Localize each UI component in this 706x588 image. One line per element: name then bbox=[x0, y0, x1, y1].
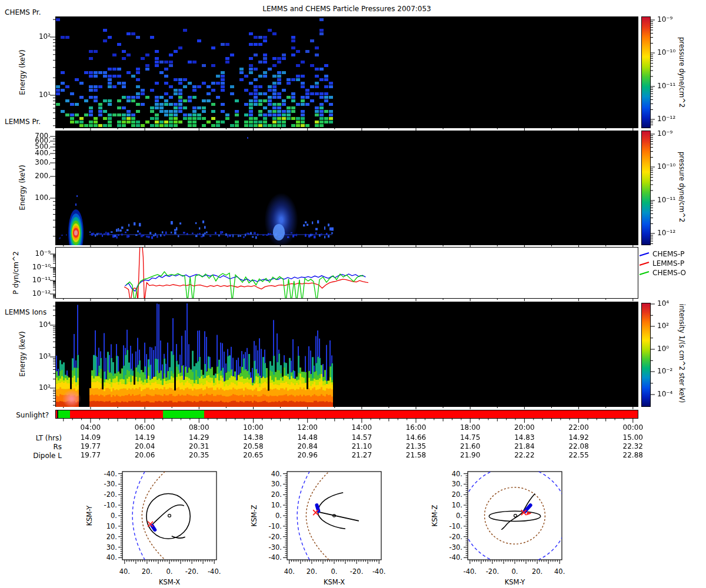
dipole-value: 20.06 bbox=[127, 451, 162, 459]
y-tick-label: 0. bbox=[456, 512, 462, 520]
time-tick-label: 00:00 bbox=[615, 423, 651, 432]
colorbar-tick-label: 10⁰ bbox=[657, 345, 669, 353]
y-tick-label: -40. bbox=[104, 470, 117, 478]
boundary-curve bbox=[306, 472, 329, 560]
pressure-line-chart bbox=[56, 248, 638, 298]
x-tick-label: 20. bbox=[142, 567, 152, 576]
y-tick-label: -10. bbox=[104, 501, 117, 509]
lt-value: 14.57 bbox=[344, 433, 379, 442]
rs-value: 21.60 bbox=[452, 442, 488, 450]
time-tick-label: 20:00 bbox=[507, 423, 542, 432]
x-axis-title: KSM-X bbox=[159, 578, 180, 586]
colorbar-tick-label: 10⁻¹² bbox=[657, 115, 675, 123]
legend-label: CHEMS-O bbox=[652, 269, 686, 277]
sunlight-label: Sunlight? bbox=[3, 411, 49, 419]
y-tick-label: 30. bbox=[106, 543, 117, 552]
y-tick-label: 40. bbox=[271, 470, 282, 478]
legend-line-icon bbox=[639, 270, 650, 276]
y-axis-title: KSM-Z bbox=[250, 505, 258, 526]
energy-tick-label: 400. bbox=[24, 149, 51, 157]
x-axis-title: KSM-X bbox=[324, 578, 345, 586]
row-label-lt: LT (hrs) bbox=[3, 434, 62, 442]
y-tick-label: -20. bbox=[104, 490, 117, 499]
dipole-value: 19.77 bbox=[73, 451, 108, 459]
colorbar-tick-label: 10² bbox=[657, 322, 669, 330]
trajectory-frame bbox=[468, 472, 562, 560]
orbit-ellipse bbox=[462, 466, 567, 565]
rs-value: 22.08 bbox=[561, 442, 597, 450]
sunlight-bar bbox=[55, 410, 638, 419]
lemms-spectrogram-canvas bbox=[55, 131, 638, 245]
time-tick-label: 12:00 bbox=[290, 423, 325, 432]
energy-tick-label: 10⁴ bbox=[24, 320, 51, 329]
x-tick-label: -20. bbox=[486, 567, 499, 576]
trajectory-frame bbox=[122, 472, 217, 560]
trajectory-shapes bbox=[462, 466, 567, 565]
lt-value: 15.00 bbox=[615, 433, 651, 442]
legend-item: CHEMS-P bbox=[639, 249, 685, 259]
colorbar-tick-label: 10⁻⁹ bbox=[657, 15, 672, 24]
dipole-value: 20.65 bbox=[235, 451, 271, 459]
row-label-rs: Rs bbox=[3, 443, 62, 451]
energy-tick-label: 10⁻¹¹ bbox=[24, 276, 51, 284]
colorbar3-unit-label: intensity 1/(s cm^2 ster keV) bbox=[678, 304, 686, 403]
trajectory-shapes bbox=[297, 472, 359, 560]
y-tick-label: 10. bbox=[452, 501, 462, 509]
colorbar1-unit-label: pressure dyne/cm^2 bbox=[678, 37, 686, 108]
colorbar-tick-label: 10⁻¹¹ bbox=[657, 82, 675, 90]
chems-spectrogram-canvas bbox=[55, 16, 638, 128]
time-tick-label: 16:00 bbox=[398, 423, 434, 432]
colorbar2-unit-label: pressure dyne/cm^2 bbox=[678, 152, 686, 222]
colorbar-tick-label: 10⁻¹⁰ bbox=[657, 162, 675, 171]
mimi-pressure-plot-page: LEMMS and CHEMS Particle Pressures 2007:… bbox=[0, 0, 706, 588]
y-tick-label: -20. bbox=[449, 533, 462, 541]
chems-pressure-spectrogram bbox=[55, 16, 638, 128]
colorbar-tick-label: 10⁴ bbox=[657, 299, 669, 308]
lt-value: 14.92 bbox=[561, 433, 597, 442]
page-title: LEMMS and CHEMS Particle Pressures 2007:… bbox=[55, 5, 638, 13]
trajectory-plot-ksm-yz: 40.30.20.10.0.-10.-20.-30.-40.-40.-20.0.… bbox=[428, 465, 575, 588]
lt-value: 14.48 bbox=[290, 433, 325, 442]
legend-label: CHEMS-P bbox=[652, 250, 685, 258]
rs-value: 21.10 bbox=[344, 442, 379, 450]
colorbar-pressure-2 bbox=[641, 131, 651, 245]
energy-tick-label: 10¹ bbox=[24, 91, 51, 99]
x-tick-label: -40. bbox=[372, 567, 385, 576]
colorbar-tick-label: 10⁻¹¹ bbox=[657, 196, 675, 204]
y-tick-label: 20. bbox=[271, 490, 282, 499]
x-axis-title: KSM-Y bbox=[505, 578, 526, 586]
colorbar-intensity bbox=[641, 303, 651, 407]
orbit-ellipse bbox=[489, 511, 541, 521]
y-tick-label: 0. bbox=[111, 512, 117, 520]
y-tick-label: 30. bbox=[271, 480, 282, 488]
colorbar-tick-label: 10⁻⁹ bbox=[657, 129, 672, 138]
lt-value: 14.19 bbox=[127, 433, 162, 442]
orbit-path bbox=[318, 493, 345, 529]
x-tick-label: 20. bbox=[532, 567, 542, 576]
lt-value: 14.66 bbox=[398, 433, 434, 442]
series-CHEMS-O bbox=[126, 272, 364, 298]
y-tick-label: 20. bbox=[452, 490, 462, 499]
time-tick-label: 22:00 bbox=[561, 423, 597, 432]
legend-item: LEMMS-P bbox=[639, 259, 684, 268]
sunlight-segment bbox=[204, 410, 638, 418]
y-tick-label: -40. bbox=[449, 553, 462, 562]
y-tick-label: -10. bbox=[449, 522, 462, 530]
y-tick-label: 20. bbox=[106, 533, 117, 541]
orbit-ellipse bbox=[168, 514, 171, 517]
time-tick-label: 18:00 bbox=[452, 423, 488, 432]
time-tick-label: 14:00 bbox=[344, 423, 379, 432]
y-tick-label: 30. bbox=[452, 480, 462, 488]
time-tick-label: 10:00 bbox=[235, 423, 271, 432]
sunlight-segment bbox=[58, 410, 70, 418]
panel2-label: LEMMS Pr. bbox=[5, 118, 41, 126]
energy-tick-label: 300. bbox=[24, 158, 51, 166]
y-tick-label: -20. bbox=[269, 533, 282, 541]
energy-tick-label: 10³ bbox=[24, 352, 51, 360]
panel3-ylabel: P dyn/cm^2 bbox=[12, 251, 20, 294]
rs-value: 20.84 bbox=[290, 442, 325, 450]
y-tick-label: -40. bbox=[269, 553, 282, 562]
x-tick-label: 0. bbox=[331, 567, 338, 576]
y-tick-label: 40. bbox=[452, 470, 462, 478]
sunlight-segment bbox=[163, 410, 204, 418]
